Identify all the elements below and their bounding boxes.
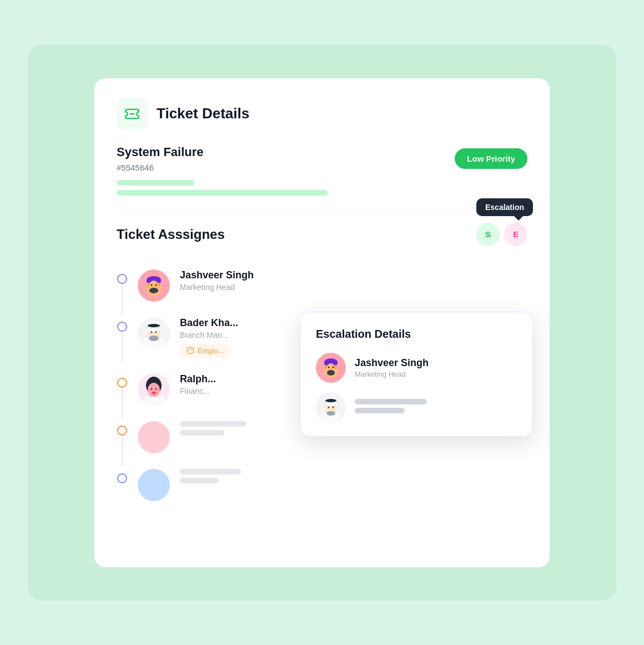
avatar-placeholder-pink <box>138 421 170 453</box>
svg-point-29 <box>152 392 156 394</box>
emp-badge-label: Emplo... <box>198 347 224 355</box>
assignees-header: Ticket Asssignes S Escalation E <box>117 223 527 246</box>
svg-point-19 <box>155 331 157 333</box>
svg-point-16 <box>148 324 160 327</box>
svg-point-36 <box>327 370 335 376</box>
timeline-dot-4 <box>117 426 127 436</box>
svg-point-18 <box>151 331 153 333</box>
escalation-tooltip: Escalation <box>476 198 533 216</box>
timeline-dot-3 <box>117 378 127 388</box>
avatar-jashveer <box>138 269 170 302</box>
main-card: Ticket Details System Failure #5545646 L… <box>94 78 550 567</box>
svg-point-38 <box>333 366 334 368</box>
assignee-badges: S Escalation E <box>476 223 527 246</box>
svg-point-45 <box>326 411 335 416</box>
placeholder-bar <box>180 430 224 436</box>
escalation-face-arab <box>316 393 346 423</box>
ticket-id: #5545646 <box>117 163 328 172</box>
section-divider <box>117 209 527 209</box>
escalation-avatar-2 <box>316 393 346 423</box>
svg-point-46 <box>328 406 330 408</box>
ticket-icon-wrap <box>117 98 148 129</box>
badge-s[interactable]: S <box>476 223 500 246</box>
face-woman-svg <box>138 373 170 406</box>
avatar-ralph <box>138 373 170 406</box>
priority-badge[interactable]: Low Priority <box>455 148 527 169</box>
assignee-role-1: Marketing Head <box>180 283 527 292</box>
info-icon <box>187 347 194 354</box>
ticket-details-title: Ticket Details <box>157 105 249 122</box>
svg-point-37 <box>328 366 330 368</box>
timeline-col-4 <box>117 421 128 436</box>
escalation-face-turban <box>316 353 346 383</box>
avatar-bader <box>138 317 170 349</box>
timeline-dot-5 <box>117 473 127 483</box>
assignee-name-1: Jashveer Singh <box>180 269 527 281</box>
placeholder-bar <box>355 399 427 404</box>
timeline-col-5 <box>117 469 128 483</box>
svg-point-47 <box>333 406 334 408</box>
assignees-section: Ticket Asssignes S Escalation E <box>117 223 527 509</box>
ticket-details-header: Ticket Details <box>117 98 527 129</box>
list-item <box>117 461 527 509</box>
timeline-col-1 <box>117 269 128 284</box>
outer-background: Ticket Details System Failure #5545646 L… <box>28 45 616 601</box>
ticket-progress-bars <box>117 180 328 196</box>
emp-badge: Emplo... <box>180 344 231 358</box>
escalation-popup-title: Escalation Details <box>316 328 517 341</box>
escalation-person-1: Jashveer Singh Marketing Head <box>316 353 517 383</box>
face-arab-svg <box>138 317 170 349</box>
placeholder-bar <box>180 469 241 474</box>
escalation-name-1: Jashveer Singh <box>355 357 429 369</box>
escalation-person-1-info: Jashveer Singh Marketing Head <box>355 357 429 378</box>
svg-point-8 <box>151 284 153 286</box>
assignee-info-5 <box>180 469 527 487</box>
progress-bar-long <box>117 190 328 196</box>
svg-point-25 <box>148 383 160 397</box>
placeholder-bar <box>355 408 405 413</box>
timeline-dot-2 <box>117 322 127 332</box>
escalation-person-2 <box>316 393 517 423</box>
ticket-info-row: System Failure #5545646 Low Priority <box>117 145 527 196</box>
timeline-col-2 <box>117 317 128 332</box>
escalation-popup: Escalation Details <box>300 312 533 437</box>
tooltip-wrap: Escalation E <box>504 223 527 246</box>
svg-point-9 <box>155 284 157 286</box>
timeline-line-2 <box>122 333 123 363</box>
ticket-left-info: System Failure #5545646 <box>117 145 328 196</box>
assignee-info-1: Jashveer Singh Marketing Head <box>180 269 527 292</box>
assignees-title: Ticket Asssignes <box>117 227 225 242</box>
progress-bar-short <box>117 180 194 186</box>
ticket-icon <box>124 106 140 122</box>
escalation-avatar-1 <box>316 353 346 383</box>
svg-rect-26 <box>143 397 164 406</box>
timeline-dot-1 <box>117 274 127 284</box>
avatar-placeholder-blue <box>138 469 170 501</box>
list-item: Jashveer Singh Marketing Head <box>117 262 527 309</box>
svg-point-27 <box>151 388 153 389</box>
escalation-role-1: Marketing Head <box>355 370 429 378</box>
placeholder-bar <box>180 478 219 483</box>
face-turban-svg <box>138 269 170 302</box>
svg-point-7 <box>149 288 158 293</box>
placeholder-bar <box>180 421 246 427</box>
svg-point-28 <box>155 388 157 389</box>
escalation-placeholder <box>355 399 517 417</box>
ticket-subject: System Failure <box>117 145 328 159</box>
svg-point-17 <box>149 336 159 341</box>
timeline-col-3 <box>117 373 128 388</box>
svg-point-44 <box>325 399 336 402</box>
badge-e[interactable]: E <box>504 223 527 246</box>
